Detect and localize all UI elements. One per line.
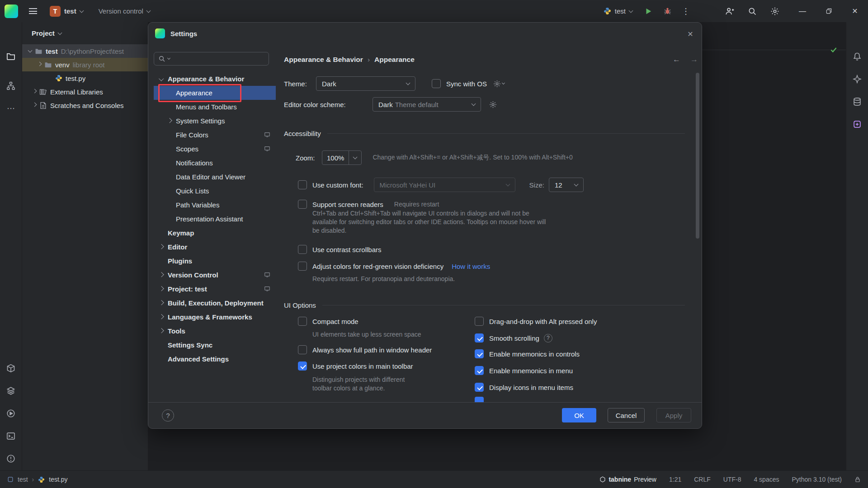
settings-search-input[interactable]: [154, 52, 269, 66]
tree-item-presentation-assistant[interactable]: Presentation Assistant: [154, 212, 276, 226]
restore-button[interactable]: [816, 0, 842, 22]
ok-button[interactable]: OK: [562, 408, 596, 422]
line-separator-widget[interactable]: CRLF: [694, 476, 711, 483]
tree-row-venv[interactable]: venv library root: [22, 58, 148, 71]
redgreen-label[interactable]: Adjust colors for red-green vision defic…: [312, 263, 443, 270]
help-icon[interactable]: ?: [544, 334, 552, 343]
use-custom-font-checkbox[interactable]: [298, 180, 307, 189]
tree-item-plugins[interactable]: Plugins: [154, 254, 276, 268]
project-colors-label[interactable]: Use project colors in main toolbar: [312, 362, 413, 370]
tree-item-data-editor[interactable]: Data Editor and Viewer: [154, 170, 276, 184]
redgreen-checkbox[interactable]: [298, 262, 307, 271]
run-button[interactable]: [644, 7, 652, 15]
caret-position-widget[interactable]: 1:21: [669, 476, 681, 483]
tree-row-scratches[interactable]: Scratches and Consoles: [22, 99, 148, 112]
tree-item-system-settings[interactable]: System Settings: [154, 114, 276, 128]
minimize-button[interactable]: —: [789, 0, 816, 22]
interpreter-widget[interactable]: Python 3.10 (test): [792, 476, 842, 483]
tree-item-appearance[interactable]: Appearance: [154, 86, 276, 100]
sync-with-os-checkbox[interactable]: [432, 79, 441, 88]
zoom-select[interactable]: 100%: [322, 150, 362, 165]
compact-mode-checkbox[interactable]: [298, 317, 307, 326]
mnemonics-menu-checkbox[interactable]: [475, 366, 484, 375]
tree-item-menus-toolbars[interactable]: Menus and Toolbars: [154, 100, 276, 114]
tree-item-notifications[interactable]: Notifications: [154, 156, 276, 170]
close-dialog-button[interactable]: ✕: [684, 28, 696, 40]
breadcrumb-parent[interactable]: Appearance & Behavior: [284, 56, 363, 64]
run-configuration-widget[interactable]: test: [604, 7, 632, 15]
display-icons-checkbox[interactable]: [475, 383, 484, 392]
tree-row-external-libraries[interactable]: External Libraries: [22, 85, 148, 99]
tabnine-widget[interactable]: tabnine Preview: [599, 476, 656, 483]
full-path-label[interactable]: Always show full path in window header: [312, 346, 432, 354]
project-tool-button[interactable]: [5, 50, 17, 63]
mnemonics-menu-label[interactable]: Enable mnemonics in menu: [489, 367, 573, 375]
readonly-lock-widget[interactable]: [854, 476, 861, 483]
notifications-tool-button[interactable]: [851, 50, 863, 63]
more-actions-button[interactable]: ⋮: [682, 6, 690, 16]
run-tool-button[interactable]: [5, 407, 17, 420]
smooth-scrolling-label[interactable]: Smooth scrolling: [489, 334, 539, 342]
project-widget[interactable]: T test: [50, 6, 83, 17]
search-everywhere-button[interactable]: [748, 7, 757, 16]
problems-tool-button[interactable]: [5, 452, 17, 465]
tree-row-test-py[interactable]: test.py: [22, 71, 148, 85]
scheme-gear-button[interactable]: [489, 101, 497, 108]
display-icons-label[interactable]: Display icons in menu items: [489, 384, 573, 391]
dialog-scrollbar[interactable]: [696, 73, 699, 239]
statusbar-module[interactable]: test: [18, 476, 28, 483]
mnemonics-controls-label[interactable]: Enable mnemonics in controls: [489, 350, 580, 358]
contrast-scrollbars-checkbox[interactable]: [298, 245, 307, 254]
zoom-dropdown-button[interactable]: [349, 151, 361, 164]
tree-item-keymap[interactable]: Keymap: [154, 226, 276, 240]
database-tool-button[interactable]: [851, 95, 863, 108]
ai-assistant-tool-button[interactable]: [851, 73, 863, 85]
statusbar-file[interactable]: test.py: [49, 476, 67, 483]
use-custom-font-label[interactable]: Use custom font:: [312, 181, 363, 189]
close-window-button[interactable]: ✕: [842, 0, 868, 22]
screen-readers-label[interactable]: Support screen readers: [312, 201, 383, 208]
tree-item-appearance-behavior[interactable]: Appearance & Behavior: [154, 72, 276, 86]
encoding-widget[interactable]: UTF-8: [723, 476, 741, 483]
how-it-works-link[interactable]: How it works: [452, 263, 490, 270]
tree-item-advanced-settings[interactable]: Advanced Settings: [154, 352, 276, 366]
sync-with-os-label[interactable]: Sync with OS: [446, 80, 487, 88]
screen-readers-checkbox[interactable]: [298, 200, 307, 209]
partially-visible-checkbox[interactable]: [475, 397, 484, 402]
python-packages-tool-button[interactable]: [5, 362, 17, 375]
structure-tool-button[interactable]: [5, 80, 17, 92]
vcs-widget[interactable]: Version control: [99, 7, 150, 15]
terminal-tool-button[interactable]: [5, 430, 17, 442]
services-tool-button[interactable]: [5, 385, 17, 397]
apply-button[interactable]: Apply: [656, 408, 691, 422]
inspections-widget[interactable]: [830, 46, 838, 54]
tree-item-tools[interactable]: Tools: [154, 324, 276, 338]
tree-item-scopes[interactable]: Scopes: [154, 142, 276, 156]
tree-item-version-control[interactable]: Version Control: [154, 268, 276, 282]
tree-item-build-execution[interactable]: Build, Execution, Deployment: [154, 296, 276, 310]
tree-item-file-colors[interactable]: File Colors: [154, 128, 276, 142]
indent-widget[interactable]: 4 spaces: [754, 476, 779, 483]
smooth-scrolling-checkbox[interactable]: [475, 333, 484, 343]
compact-mode-label[interactable]: Compact mode: [312, 318, 359, 325]
plugin-tool-button[interactable]: [851, 118, 863, 131]
forward-arrow-icon[interactable]: →: [690, 55, 698, 64]
debug-button[interactable]: [663, 7, 672, 15]
contrast-scrollbars-label[interactable]: Use contrast scrollbars: [312, 246, 382, 253]
theme-select[interactable]: Dark: [316, 76, 415, 91]
tree-row-test[interactable]: test D:\pythonProject\test: [22, 44, 148, 58]
main-menu-button[interactable]: [29, 8, 37, 14]
tree-item-editor[interactable]: Editor: [154, 240, 276, 254]
project-colors-checkbox[interactable]: [298, 361, 307, 371]
full-path-checkbox[interactable]: [298, 345, 307, 354]
tree-item-settings-sync[interactable]: Settings Sync: [154, 338, 276, 352]
tree-item-quick-lists[interactable]: Quick Lists: [154, 184, 276, 198]
mnemonics-controls-checkbox[interactable]: [475, 349, 484, 358]
tree-item-project-test[interactable]: Project: test: [154, 282, 276, 296]
drag-drop-checkbox[interactable]: [475, 317, 484, 326]
cancel-button[interactable]: Cancel: [608, 408, 645, 422]
font-size-select[interactable]: 12: [549, 178, 584, 192]
drag-drop-label[interactable]: Drag-and-drop with Alt pressed only: [489, 318, 597, 325]
more-tools-button[interactable]: ⋯: [5, 102, 17, 115]
settings-button[interactable]: [770, 7, 779, 16]
